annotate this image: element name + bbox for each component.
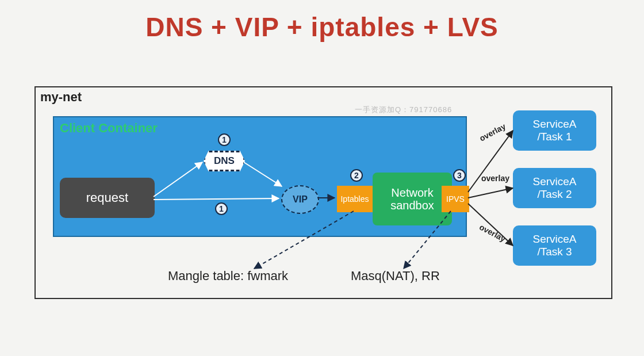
svg-line-5 <box>468 188 513 198</box>
step-badge-1a: 1 <box>218 133 231 146</box>
client-container-box: Client Container request DNS VIP Iptable… <box>53 116 467 237</box>
dns-node: DNS <box>204 151 245 171</box>
service-task-1: ServiceA/Task 1 <box>513 110 596 151</box>
iptables-node: Iptables <box>337 186 373 212</box>
page-title: DNS + VIP + iptables + LVS <box>0 0 644 43</box>
ipvs-node: IPVS <box>442 186 469 212</box>
vip-node: VIP <box>281 185 319 214</box>
service-task-2: ServiceA/Task 2 <box>513 168 596 208</box>
overlay-label-2: overlay <box>481 174 509 183</box>
request-node: request <box>60 178 155 218</box>
overlay-label-3: overlay <box>478 222 507 243</box>
mynet-label: my-net <box>40 90 82 105</box>
step-badge-3: 3 <box>453 169 466 182</box>
watermark: 一手资源加Q：791770686 <box>355 105 452 115</box>
diagram-stage: my-net 一手资源加Q：791770686 Client Container… <box>34 86 612 299</box>
annotation-masq: Masq(NAT), RR <box>351 269 440 284</box>
annotation-mangle: Mangle table: fwmark <box>168 269 288 284</box>
overlay-label-1: overlay <box>478 121 507 143</box>
step-badge-1b: 1 <box>215 202 228 215</box>
mynet-box: my-net 一手资源加Q：791770686 Client Container… <box>34 86 612 299</box>
client-container-label: Client Container <box>60 121 158 136</box>
svg-line-6 <box>468 204 513 246</box>
network-sandbox-node: Networksandbox <box>373 173 452 225</box>
service-task-3: ServiceA/Task 3 <box>513 225 596 266</box>
step-badge-2: 2 <box>350 169 363 182</box>
